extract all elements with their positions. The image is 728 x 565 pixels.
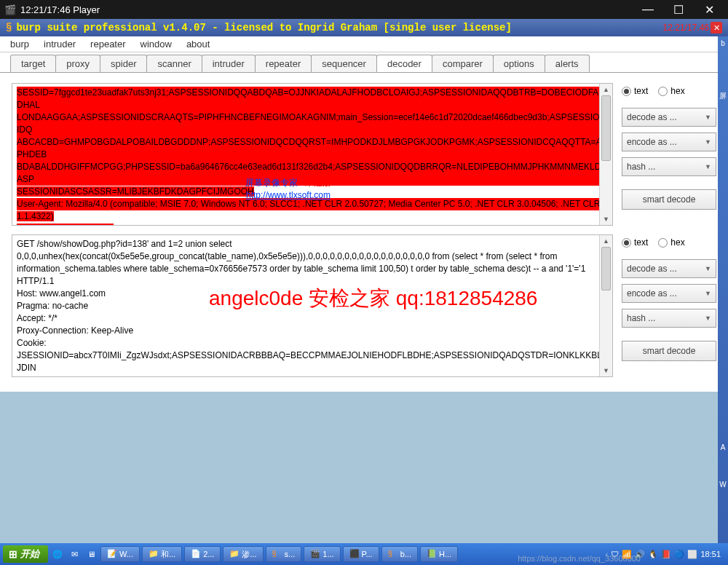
tray-icon[interactable]: 🔵 bbox=[674, 550, 684, 559]
task-item[interactable]: §s... bbox=[266, 546, 302, 562]
menu-repeater[interactable]: repeater bbox=[84, 37, 131, 51]
radio-hex-2[interactable]: hex bbox=[658, 237, 684, 248]
scroll-down-icon[interactable]: ▼ bbox=[600, 213, 612, 225]
player-title: 12:21/17:46 Player bbox=[20, 4, 100, 15]
menubar: burp intruder repeater window about bbox=[0, 36, 728, 52]
tray-icon[interactable]: ⬜ bbox=[687, 550, 697, 559]
tab-decoder[interactable]: decoder bbox=[376, 55, 432, 72]
radio-icon bbox=[622, 238, 631, 248]
csdn-watermark: https://blog.csdn.net/qq_33608000 bbox=[518, 554, 641, 563]
scroll-down-icon[interactable]: ▼ bbox=[600, 365, 612, 376]
burp-icon: § bbox=[6, 22, 12, 33]
window-controls: — ☐ ✕ bbox=[633, 1, 724, 18]
task-item[interactable]: 🎬1... bbox=[304, 546, 340, 562]
menu-intruder[interactable]: intruder bbox=[38, 37, 82, 51]
hash-1[interactable]: hash ... bbox=[622, 157, 716, 176]
tab-sequencer[interactable]: sequencer bbox=[311, 55, 377, 72]
tab-scanner[interactable]: scanner bbox=[146, 55, 202, 72]
task-item[interactable]: ⬛P... bbox=[343, 546, 379, 562]
decode-as-1[interactable]: decode as ... bbox=[622, 108, 716, 127]
quick-launch-mail-icon[interactable]: ✉ bbox=[67, 547, 82, 561]
scroll-thumb[interactable] bbox=[601, 95, 611, 161]
right-edge-strip: b屏AW bbox=[718, 36, 728, 543]
minimize-button[interactable]: — bbox=[633, 1, 662, 18]
radio-icon bbox=[658, 238, 668, 248]
task-item[interactable]: 📄2... bbox=[184, 546, 221, 562]
tab-comparer[interactable]: comparer bbox=[432, 55, 494, 72]
scroll-up-icon[interactable]: ▲ bbox=[600, 235, 612, 247]
tab-alerts[interactable]: alerts bbox=[545, 55, 590, 72]
tab-proxy[interactable]: proxy bbox=[55, 55, 100, 72]
encode-as-1[interactable]: encode as ... bbox=[622, 133, 716, 151]
tab-intruder[interactable]: intruder bbox=[202, 55, 256, 72]
smart-decode-1[interactable]: smart decode bbox=[622, 189, 716, 210]
scrollbar-2[interactable]: ▲ ▼ bbox=[599, 235, 612, 376]
encode-as-2[interactable]: encode as ... bbox=[622, 284, 716, 303]
menu-window[interactable]: window bbox=[135, 37, 178, 51]
task-item[interactable]: 📗H... bbox=[420, 546, 458, 562]
quick-launch-desktop-icon[interactable]: 🖥 bbox=[84, 547, 98, 561]
close-overlay-icon[interactable]: ✕ bbox=[711, 22, 722, 33]
task-item[interactable]: 📁渗... bbox=[223, 546, 263, 562]
player-icon: 🎬 bbox=[4, 4, 16, 15]
task-item[interactable]: 📝W... bbox=[100, 546, 140, 562]
radio-hex-1[interactable]: hex bbox=[658, 86, 684, 96]
hash-2[interactable]: hash ... bbox=[622, 309, 716, 328]
task-item[interactable]: §b... bbox=[381, 546, 418, 562]
menu-about[interactable]: about bbox=[181, 37, 216, 51]
tab-target[interactable]: target bbox=[10, 55, 56, 72]
maximize-button[interactable]: ☐ bbox=[664, 1, 693, 18]
controls-1: text hex decode as ... encode as ... has… bbox=[622, 83, 716, 226]
menu-burp[interactable]: burp bbox=[4, 37, 35, 51]
tab-spider[interactable]: spider bbox=[100, 55, 147, 72]
tab-repeater[interactable]: repeater bbox=[255, 55, 312, 72]
radio-text-1[interactable]: text bbox=[622, 86, 648, 96]
tray-time: 18:51 bbox=[700, 550, 721, 558]
player-titlebar: 🎬 12:21/17:46 Player — ☐ ✕ bbox=[0, 0, 728, 19]
quick-launch-ie-icon[interactable]: 🌐 bbox=[50, 547, 65, 561]
start-button[interactable]: 开始 bbox=[3, 545, 48, 563]
angelcode-watermark: angelc0de 安检之家 qq:1812854286 bbox=[209, 292, 537, 304]
task-item[interactable]: 📁和... bbox=[142, 546, 182, 562]
input-pane-1[interactable]: SESSID=7fggcd1te23uadfak7uts3nj31;ASPSES… bbox=[12, 83, 613, 226]
tabbar: target proxy spider scanner intruder rep… bbox=[0, 52, 728, 73]
scrollbar-1[interactable]: ▲ ▼ bbox=[599, 84, 612, 225]
burp-titlebar: § burp suite professional v1.4.07 - lice… bbox=[0, 19, 728, 36]
tray-icon[interactable]: 🐧 bbox=[648, 550, 658, 559]
scroll-thumb[interactable] bbox=[601, 247, 611, 291]
scroll-up-icon[interactable]: ▲ bbox=[600, 84, 612, 95]
decoder-content: SESSID=7fggcd1te23uadfak7uts3nj31;ASPSES… bbox=[0, 73, 728, 392]
radio-icon bbox=[658, 87, 668, 96]
smart-decode-2[interactable]: smart decode bbox=[622, 341, 716, 361]
radio-icon bbox=[622, 87, 631, 96]
tab-options[interactable]: options bbox=[493, 55, 545, 72]
input-pane-2[interactable]: GET /show/showDog.php?id=138' and 1=2 un… bbox=[12, 234, 613, 377]
recorder-watermark: 屏幕录像专家 未注册 http://www.tlxsoft.com bbox=[245, 177, 331, 202]
timestamp-overlay: 12.21/17.46 ✕ bbox=[663, 22, 722, 33]
radio-text-2[interactable]: text bbox=[622, 237, 648, 248]
decode-as-2[interactable]: decode as ... bbox=[622, 259, 716, 278]
controls-2: text hex decode as ... encode as ... has… bbox=[622, 234, 716, 377]
burp-title-text: burp suite professional v1.4.07 - licens… bbox=[16, 22, 512, 33]
tray-icon[interactable]: 📕 bbox=[661, 550, 671, 559]
close-button[interactable]: ✕ bbox=[695, 1, 724, 18]
